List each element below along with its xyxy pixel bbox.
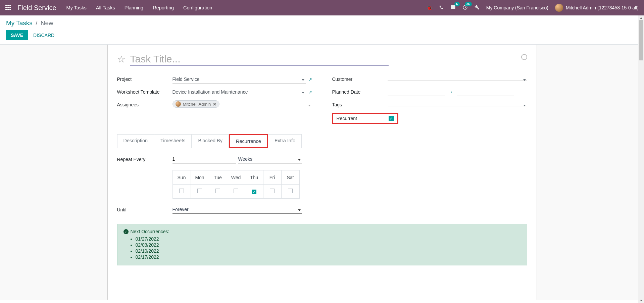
- day-sat-checkbox[interactable]: [288, 189, 293, 193]
- next-occurrences-alert: ✓ Next Occurrences: 01/27/2022 02/03/202…: [117, 224, 527, 265]
- day-wed-checkbox[interactable]: [234, 189, 238, 193]
- occurrence-date: 02/03/2022: [136, 242, 521, 248]
- occurrence-date: 02/17/2022: [136, 254, 521, 260]
- action-bar: SAVE DISCARD: [6, 30, 638, 40]
- tools-icon[interactable]: [475, 5, 480, 11]
- nav-right: 🐞 6 36 My Company (San Francisco) Mitche…: [427, 4, 639, 12]
- scrollbar[interactable]: ▲ ▼: [638, 15, 644, 300]
- label-worksheet: Worksheet Template: [117, 89, 172, 95]
- planned-end-input[interactable]: [457, 88, 514, 96]
- activity-icon[interactable]: 36: [462, 5, 468, 11]
- company-selector[interactable]: My Company (San Francisco): [486, 5, 548, 10]
- avatar: [555, 4, 563, 12]
- apps-icon[interactable]: [5, 5, 11, 11]
- day-sun-checkbox[interactable]: [179, 189, 184, 193]
- task-title-input[interactable]: [130, 53, 389, 66]
- day-thu-checkbox[interactable]: ✓: [252, 190, 256, 194]
- arrow-right-icon: →: [448, 89, 453, 95]
- breadcrumb-current: New: [41, 19, 53, 27]
- save-button[interactable]: SAVE: [6, 30, 28, 40]
- day-tue-checkbox[interactable]: [215, 189, 220, 193]
- day-header: Mon: [191, 170, 209, 185]
- label-until: Until: [117, 207, 172, 212]
- day-header: Sat: [281, 170, 299, 185]
- tab-description[interactable]: Description: [117, 134, 154, 148]
- repeat-unit-select[interactable]: Weeks: [238, 155, 302, 163]
- chip-label: Mitchell Admin: [183, 102, 211, 107]
- recurrent-checkbox[interactable]: ✓: [389, 116, 394, 121]
- repeat-interval-input[interactable]: [172, 155, 236, 163]
- scroll-up-icon[interactable]: ▲: [640, 16, 643, 19]
- nav-all-tasks[interactable]: All Tasks: [96, 5, 115, 10]
- label-customer: Customer: [332, 77, 388, 82]
- planned-start-input[interactable]: [388, 88, 445, 96]
- day-header: Thu: [245, 170, 263, 185]
- external-link-icon[interactable]: ↗: [308, 77, 312, 82]
- user-name: Mitchell Admin (12273458-15-0-all): [566, 5, 639, 10]
- day-header: Tue: [209, 170, 227, 185]
- project-field[interactable]: Field Service: [172, 75, 306, 84]
- occurrence-date: 01/27/2022: [136, 236, 521, 242]
- external-link-icon[interactable]: ↗: [308, 90, 312, 95]
- tabs: Description Timesheets Blocked By Recurr…: [117, 134, 527, 148]
- tab-blocked-by[interactable]: Blocked By: [192, 134, 229, 148]
- scrollbar-thumb[interactable]: [639, 20, 643, 60]
- nav-links: My Tasks All Tasks Planning Reporting Co…: [66, 5, 212, 10]
- phone-icon[interactable]: [439, 5, 444, 11]
- day-header: Fri: [263, 170, 281, 185]
- discard-button[interactable]: DISCARD: [33, 33, 54, 38]
- customer-field[interactable]: [388, 78, 527, 81]
- control-panel: My Tasks / New SAVE DISCARD: [0, 15, 644, 45]
- label-planned: Planned Date: [332, 89, 388, 95]
- nav-reporting[interactable]: Reporting: [153, 5, 174, 10]
- label-repeat: Repeat Every: [117, 157, 172, 162]
- remove-chip-icon[interactable]: ✕: [213, 102, 216, 107]
- breadcrumb: My Tasks / New: [6, 19, 638, 27]
- day-mon-checkbox[interactable]: [197, 189, 202, 193]
- tab-timesheets[interactable]: Timesheets: [154, 134, 192, 148]
- assignee-chip: Mitchell Admin ✕: [172, 100, 220, 108]
- label-project: Project: [117, 77, 172, 82]
- day-header: Sun: [172, 170, 191, 185]
- brand[interactable]: Field Service: [17, 4, 56, 12]
- form-sheet: ☆ Project Field Service ↗ Worksheet Temp…: [107, 45, 537, 300]
- assignees-field[interactable]: Mitchell Admin ✕: [172, 100, 312, 109]
- scroll-down-icon[interactable]: ▼: [640, 299, 643, 300]
- occurrence-date: 02/10/2022: [136, 248, 521, 254]
- until-select[interactable]: Forever: [172, 205, 302, 214]
- user-menu[interactable]: Mitchell Admin (12273458-15-0-all): [555, 4, 639, 12]
- tab-extra-info[interactable]: Extra Info: [268, 134, 302, 148]
- debug-icon[interactable]: 🐞: [427, 5, 432, 10]
- nav-configuration[interactable]: Configuration: [183, 5, 212, 10]
- chat-icon[interactable]: 6: [450, 5, 456, 11]
- nav-planning[interactable]: Planning: [125, 5, 143, 10]
- label-tags: Tags: [332, 102, 388, 107]
- avatar: [176, 101, 181, 107]
- kanban-state-icon[interactable]: [521, 54, 527, 60]
- day-fri-checkbox[interactable]: [270, 189, 275, 193]
- weekday-table: Sun Mon Tue Wed Thu Fri Sat ✓: [172, 170, 300, 199]
- check-circle-icon: ✓: [123, 229, 129, 234]
- activity-badge: 36: [465, 2, 472, 6]
- recurrent-highlight: Recurrent ✓: [332, 113, 398, 124]
- breadcrumb-parent[interactable]: My Tasks: [6, 19, 33, 27]
- chat-badge: 6: [454, 2, 460, 6]
- nav-my-tasks[interactable]: My Tasks: [66, 5, 87, 10]
- label-recurrent: Recurrent: [337, 116, 389, 121]
- star-icon[interactable]: ☆: [117, 54, 126, 65]
- top-nav: Field Service My Tasks All Tasks Plannin…: [0, 0, 644, 15]
- worksheet-field[interactable]: Device Installation and Maintenance: [172, 88, 306, 96]
- day-header: Wed: [227, 170, 245, 185]
- label-assignees: Assignees: [117, 102, 172, 107]
- alert-title: Next Occurrences:: [131, 229, 169, 234]
- tab-recurrence[interactable]: Recurrence: [229, 134, 268, 148]
- tags-field[interactable]: [388, 103, 527, 106]
